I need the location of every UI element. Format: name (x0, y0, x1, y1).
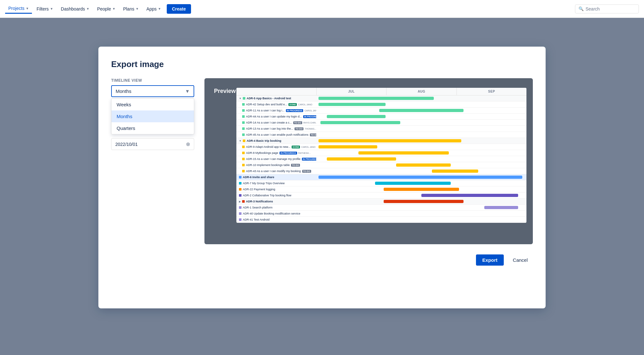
nav-projects[interactable]: Projects ▼ (5, 4, 32, 14)
chevron-down-icon: ▼ (50, 7, 53, 11)
chevron-down-icon: ▼ (135, 7, 139, 11)
nav-apps[interactable]: Apps ▼ (143, 4, 164, 13)
chevron-down-icon: ▼ (26, 7, 29, 10)
nav-dashboards[interactable]: Dashboards ▼ (58, 4, 93, 13)
create-button[interactable]: Create (167, 4, 191, 14)
chevron-down-icon: ▼ (112, 7, 116, 11)
search-icon: 🔍 (579, 6, 584, 11)
nav-left: Projects ▼ Filters ▼ Dashboards ▼ People… (5, 4, 575, 14)
navbar: Projects ▼ Filters ▼ Dashboards ▼ People… (0, 0, 644, 18)
nav-filters[interactable]: Filters ▼ (33, 4, 56, 13)
nav-people[interactable]: People ▼ (94, 4, 119, 13)
chevron-down-icon: ▼ (158, 7, 161, 11)
chevron-down-icon: ▼ (86, 7, 89, 11)
search-box[interactable]: 🔍 Search (575, 4, 639, 13)
nav-plans[interactable]: Plans ▼ (120, 4, 142, 13)
